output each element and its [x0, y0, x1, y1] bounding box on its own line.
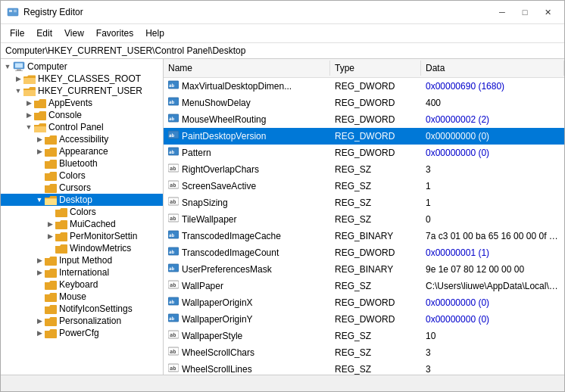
- tree-item-personalization[interactable]: ▶ Personalization: [1, 315, 163, 327]
- folder-icon-windowmetrics: [55, 244, 67, 254]
- list-row[interactable]: abMaxVirtualDesktopDimen...REG_DWORD0x00…: [164, 78, 564, 95]
- tree-item-console[interactable]: ▶ Console: [1, 109, 163, 121]
- folder-icon-hkcr: [23, 74, 36, 84]
- list-row[interactable]: abMouseWheelRoutingREG_DWORD0x00000002 (…: [164, 111, 564, 128]
- tree-item-desk-colors[interactable]: ▶ Colors: [1, 206, 163, 218]
- list-cell-type: REG_DWORD: [330, 113, 421, 126]
- col-header-name[interactable]: Name: [164, 61, 330, 76]
- svg-rect-6: [17, 70, 21, 71]
- registry-value-icon: ab: [168, 197, 179, 208]
- tree-item-desktop[interactable]: ▼ Desktop: [1, 194, 163, 206]
- tree-label-personalization: Personalization: [59, 316, 121, 326]
- tree-item-controlpanel[interactable]: ▼ Control Panel: [1, 121, 163, 133]
- list-row[interactable]: abWallpaperOriginXREG_DWORD0x00000000 (0…: [164, 294, 564, 311]
- tree-item-permonitor[interactable]: ▶ PerMonitorSettin: [1, 230, 163, 242]
- col-header-data[interactable]: Data: [421, 61, 564, 76]
- tree-label-hkcu: HKEY_CURRENT_USER: [38, 86, 142, 96]
- tree-item-inputmethod[interactable]: ▶ Input Method: [1, 254, 163, 266]
- tree-item-notifyiconsettings[interactable]: ▶ NotifyIconSettings: [1, 303, 163, 315]
- list-row[interactable]: abWallpaperOriginYREG_DWORD0x00000000 (0…: [164, 311, 564, 328]
- list-cell-name: abWheelScrollLines: [164, 362, 330, 375]
- tree-item-international[interactable]: ▶ International: [1, 266, 163, 278]
- menu-favorites[interactable]: Favorites: [90, 26, 139, 41]
- expand-icon-inputmethod[interactable]: ▶: [34, 257, 45, 264]
- svg-rect-11: [34, 101, 46, 108]
- tree-item-appearance[interactable]: ▶ Appearance: [1, 145, 163, 157]
- expand-icon-accessibility[interactable]: ▶: [34, 135, 45, 143]
- tree-item-keyboard[interactable]: ▶ Keyboard: [1, 278, 163, 291]
- close-button[interactable]: ✕: [537, 5, 558, 19]
- expand-icon-permonitor[interactable]: ▶: [45, 232, 55, 240]
- svg-text:ab: ab: [169, 116, 175, 121]
- list-row[interactable]: abWallPaperREG_SZC:\Users\liuwe\AppData\…: [164, 278, 564, 294]
- tree-label-appearance: Appearance: [59, 146, 108, 157]
- tree-item-bluetooth[interactable]: ▶ Bluetooth: [1, 157, 163, 170]
- menu-help[interactable]: Help: [139, 26, 170, 41]
- tree-item-computer[interactable]: ▼ Computer: [1, 61, 163, 73]
- list-cell-type: REG_SZ: [330, 179, 421, 193]
- list-cell-type: REG_SZ: [330, 163, 421, 176]
- list-row[interactable]: abWallpaperStyleREG_SZ10: [164, 328, 564, 344]
- list-row[interactable]: abWheelScrollCharsREG_SZ3: [164, 344, 564, 361]
- list-row[interactable]: abPatternREG_DWORD0x00000000 (0): [164, 145, 564, 161]
- list-header: Name Type Data: [164, 59, 564, 78]
- list-row[interactable]: abWheelScrollLinesREG_SZ3: [164, 361, 564, 375]
- address-bar: Computer\HKEY_CURRENT_USER\Control Panel…: [1, 43, 564, 59]
- expand-icon-hkcr[interactable]: ▶: [13, 75, 23, 82]
- expand-icon-muicached[interactable]: ▶: [45, 220, 55, 228]
- tree-label-computer: Computer: [27, 61, 67, 72]
- minimize-button[interactable]: ─: [492, 5, 513, 19]
- list-row[interactable]: abTranscodedImageCacheREG_BINARY7a c3 01…: [164, 228, 564, 244]
- list-panel[interactable]: Name Type Data abMaxVirtualDesktopDimen.…: [164, 59, 564, 375]
- expand-icon-appevents[interactable]: ▶: [23, 99, 34, 107]
- tree-item-hkcu[interactable]: ▼ HKEY_CURRENT_USER: [1, 85, 163, 97]
- maximize-button[interactable]: □: [514, 5, 535, 19]
- tree-panel[interactable]: ▼ Computer ▶ HKEY_CLASSES_: [1, 59, 164, 375]
- tree-item-hkcr[interactable]: ▶ HKEY_CLASSES_ROOT: [1, 73, 163, 85]
- list-cell-name: abWheelScrollChars: [164, 345, 330, 359]
- svg-text:ab: ab: [169, 316, 175, 321]
- svg-rect-19: [45, 185, 57, 193]
- tree-label-appevents: AppEvents: [48, 98, 92, 108]
- col-header-type[interactable]: Type: [330, 61, 421, 76]
- list-row[interactable]: abSnapSizingREG_SZ1: [164, 194, 564, 211]
- tree-item-colors[interactable]: ▶ Colors: [1, 170, 163, 182]
- expand-icon-controlpanel[interactable]: ▼: [23, 123, 34, 131]
- menu-edit[interactable]: Edit: [30, 26, 58, 41]
- registry-value-icon: ab: [168, 180, 179, 191]
- list-row[interactable]: abPaintDesktopVersionREG_DWORD0x00000000…: [164, 128, 564, 145]
- list-cell-name: abScreenSaveActive: [164, 179, 330, 193]
- registry-value-icon: ab: [168, 147, 179, 158]
- expand-icon-powercfg[interactable]: ▶: [34, 329, 45, 337]
- menu-file[interactable]: File: [4, 26, 30, 41]
- tree-item-muicached[interactable]: ▶ MuiCached: [1, 218, 163, 230]
- list-row[interactable]: abRightOverlapCharsREG_SZ3: [164, 161, 564, 178]
- list-row[interactable]: abUserPreferencesMaskREG_BINARY9e 1e 07 …: [164, 261, 564, 278]
- expand-icon-desktop[interactable]: ▼: [34, 196, 45, 204]
- list-cell-name-text: WallpaperOriginY: [182, 314, 253, 325]
- tree-label-permonitor: PerMonitorSettin: [70, 231, 137, 241]
- tree-item-cursors[interactable]: ▶ Cursors: [1, 182, 163, 194]
- menu-view[interactable]: View: [58, 26, 90, 41]
- list-cell-name-text: MouseWheelRouting: [182, 114, 266, 125]
- status-bar: [1, 375, 564, 391]
- list-row[interactable]: abTileWallpaperREG_SZ0: [164, 211, 564, 228]
- expand-icon-console[interactable]: ▶: [23, 111, 34, 119]
- list-cell-data: 0x00000690 (1680): [421, 79, 564, 93]
- tree-item-mouse[interactable]: ▶ Mouse: [1, 291, 163, 303]
- svg-text:ab: ab: [170, 166, 176, 172]
- tree-item-accessibility[interactable]: ▶ Accessibility: [1, 133, 163, 145]
- tree-item-appevents[interactable]: ▶ AppEvents: [1, 97, 163, 109]
- expand-icon-appearance[interactable]: ▶: [34, 148, 45, 155]
- expand-icon-personalization[interactable]: ▶: [34, 317, 45, 325]
- expand-icon-hkcu[interactable]: ▼: [13, 87, 23, 95]
- tree-item-powercfg[interactable]: ▶ PowerCfg: [1, 327, 163, 339]
- registry-value-icon: ab: [168, 80, 179, 92]
- list-row[interactable]: abTranscodedImageCountREG_DWORD0x0000000…: [164, 244, 564, 261]
- list-row[interactable]: abMenuShowDelayREG_DWORD400: [164, 95, 564, 111]
- list-row[interactable]: abScreenSaveActiveREG_SZ1: [164, 178, 564, 194]
- expand-icon-computer[interactable]: ▼: [2, 63, 13, 70]
- folder-icon-colors: [45, 171, 57, 181]
- expand-icon-international[interactable]: ▶: [34, 269, 45, 276]
- tree-item-windowmetrics[interactable]: ▶ WindowMetrics: [1, 242, 163, 254]
